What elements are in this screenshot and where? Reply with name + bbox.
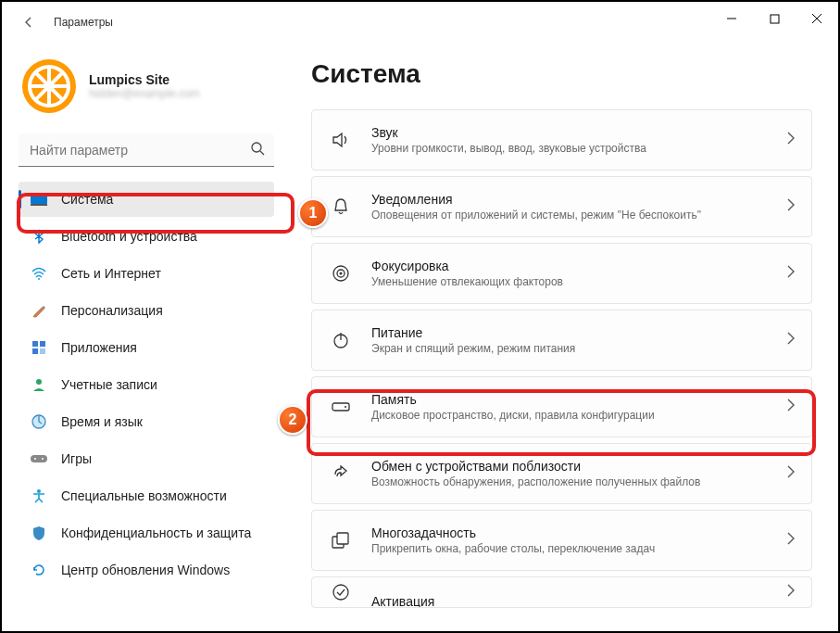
row-sound[interactable]: ЗвукУровни громкости, вывод, ввод, звуко… (311, 109, 812, 171)
time-language-icon (30, 412, 48, 431)
sidebar-item-apps[interactable]: Приложения (19, 330, 274, 365)
sidebar-item-label: Сеть и Интернет (61, 266, 161, 281)
chevron-right-icon (787, 265, 795, 282)
accounts-icon (30, 375, 48, 394)
sidebar-item-bluetooth[interactable]: Bluetooth и устройства (19, 219, 274, 254)
svg-point-8 (38, 278, 40, 280)
page-title: Система (311, 59, 812, 89)
sidebar-item-system[interactable]: Система (19, 182, 274, 217)
sidebar-item-label: Bluetooth и устройства (61, 229, 197, 244)
chevron-right-icon (787, 132, 795, 148)
user-email: hidden@example.com (89, 87, 200, 100)
annotation-badge-1: 1 (298, 198, 328, 228)
avatar (22, 59, 76, 113)
multitasking-icon (329, 532, 353, 549)
row-storage[interactable]: ПамятьДисковое пространство, диски, прав… (311, 376, 812, 437)
activation-icon (329, 584, 353, 601)
sound-icon (329, 132, 353, 148)
bell-icon (329, 197, 353, 216)
annotation-badge-2: 2 (278, 405, 307, 435)
chevron-right-icon (787, 584, 795, 601)
svg-rect-6 (31, 193, 47, 204)
apps-icon (30, 338, 48, 357)
sidebar-item-time-language[interactable]: Время и язык (19, 404, 274, 439)
gaming-icon (30, 449, 48, 468)
chevron-right-icon (787, 399, 795, 415)
chevron-right-icon (787, 198, 795, 215)
row-sub: Уменьшение отвлекающих факторов (371, 275, 787, 288)
svg-rect-11 (32, 348, 38, 354)
svg-point-18 (37, 489, 41, 493)
close-button[interactable] (796, 4, 838, 33)
sidebar-item-privacy[interactable]: Конфиденциальность и защита (19, 515, 274, 551)
sidebar-item-accounts[interactable]: Учетные записи (19, 367, 274, 402)
sidebar-item-label: Приложения (61, 340, 137, 355)
power-icon (329, 332, 353, 348)
privacy-icon (30, 524, 48, 542)
row-sub: Прикрепить окна, рабочие столы, переключ… (371, 542, 787, 555)
svg-rect-12 (40, 348, 45, 354)
row-title: Звук (371, 125, 787, 140)
chevron-right-icon (787, 532, 795, 549)
sidebar-item-network[interactable]: Сеть и Интернет (19, 256, 274, 291)
sidebar-item-gaming[interactable]: Игры (19, 441, 274, 476)
row-title: Активация (371, 594, 787, 608)
row-title: Фокусировка (371, 259, 787, 273)
svg-point-16 (34, 458, 36, 460)
bluetooth-icon (30, 227, 48, 246)
user-name: Lumpics Site (89, 72, 200, 87)
sidebar-item-personalization[interactable]: Персонализация (19, 293, 274, 328)
search-box[interactable] (19, 133, 274, 167)
row-sub: Оповещения от приложений и системы, режи… (371, 209, 787, 222)
row-sub: Возможность обнаружения, расположение по… (371, 475, 787, 488)
windows-update-icon (30, 561, 48, 579)
sidebar-item-label: Центр обновления Windows (61, 563, 230, 577)
search-input[interactable] (19, 133, 274, 167)
sidebar-item-label: Учетные записи (61, 377, 157, 392)
svg-point-4 (252, 143, 261, 152)
svg-rect-7 (31, 204, 47, 206)
row-notifications[interactable]: УведомленияОповещения от приложений и си… (311, 176, 812, 237)
svg-rect-9 (32, 341, 38, 347)
svg-rect-27 (337, 533, 348, 544)
row-multitasking[interactable]: МногозадачностьПрикрепить окна, рабочие … (311, 510, 812, 571)
minimize-button[interactable] (710, 4, 753, 33)
user-profile[interactable]: Lumpics Site hidden@example.com (19, 59, 274, 113)
storage-icon (329, 402, 353, 411)
chevron-right-icon (787, 465, 795, 482)
sidebar-item-label: Время и язык (61, 414, 143, 429)
sidebar-item-label: Система (61, 192, 113, 207)
row-title: Питание (371, 325, 787, 340)
accessibility-icon (30, 487, 48, 505)
svg-point-21 (340, 272, 343, 275)
sidebar-item-label: Конфиденциальность и защита (61, 525, 251, 540)
sidebar-item-accessibility[interactable]: Специальные возможности (19, 478, 274, 513)
system-icon (30, 190, 48, 209)
chevron-right-icon (787, 332, 795, 348)
personalization-icon (30, 301, 48, 320)
share-icon (329, 465, 353, 482)
maximize-button[interactable] (753, 4, 796, 33)
svg-point-25 (345, 406, 346, 408)
svg-rect-24 (332, 403, 349, 411)
window-title: Параметры (54, 16, 113, 29)
row-title: Память (371, 392, 787, 407)
svg-rect-15 (31, 455, 47, 462)
svg-rect-1 (771, 15, 779, 23)
row-activation[interactable]: Активация (311, 576, 812, 608)
row-title: Обмен с устройствами поблизости (371, 459, 787, 474)
svg-point-28 (333, 585, 348, 600)
sidebar-item-label: Персонализация (61, 303, 163, 318)
row-title: Многозадачность (371, 525, 787, 540)
row-nearby-sharing[interactable]: Обмен с устройствами поблизостиВозможнос… (311, 443, 812, 504)
row-sub: Экран и спящий режим, режим питания (371, 342, 787, 355)
row-power[interactable]: ПитаниеЭкран и спящий режим, режим питан… (311, 310, 812, 371)
row-focus[interactable]: ФокусировкаУменьшение отвлекающих фактор… (311, 243, 812, 304)
network-icon (30, 264, 48, 283)
search-icon (250, 141, 265, 159)
back-button[interactable] (17, 9, 43, 35)
svg-rect-10 (40, 341, 45, 347)
sidebar-item-label: Игры (61, 451, 92, 466)
focus-icon (329, 264, 353, 283)
sidebar-item-windows-update[interactable]: Центр обновления Windows (19, 552, 274, 588)
